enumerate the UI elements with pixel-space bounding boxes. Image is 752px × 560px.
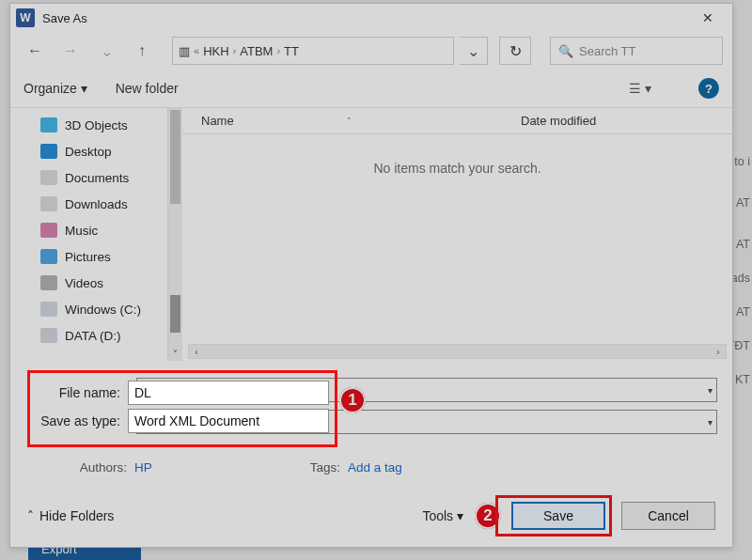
filename-label: File name: — [36, 385, 128, 400]
folder-icon — [40, 170, 57, 185]
scroll-left-icon[interactable]: ‹ — [189, 347, 204, 357]
scrollbar-thumb[interactable] — [170, 295, 180, 333]
tools-menu[interactable]: Tools ▾ — [422, 508, 463, 523]
folder-icon — [40, 144, 57, 159]
save-fields: ▾ ▾ File name: DL Save as type: Word XML… — [10, 361, 732, 478]
annotation-highlight-save: Save — [495, 495, 612, 537]
sidebar-scrollbar[interactable]: ˄ ˅ — [167, 108, 182, 361]
horizontal-scrollbar[interactable]: ‹ › — [188, 344, 727, 359]
breadcrumb-sep: › — [276, 45, 280, 56]
scroll-right-icon[interactable]: › — [711, 347, 726, 357]
filename-input[interactable]: DL — [128, 381, 329, 405]
word-icon: W — [16, 8, 35, 27]
save-as-dialog: W Save As ✕ ← → ⌄ ↑ ▥ « HKH › ATBM › TT … — [9, 3, 733, 548]
cancel-button[interactable]: Cancel — [621, 502, 715, 530]
column-name[interactable]: Name ˄ — [182, 108, 511, 133]
titlebar: W Save As ✕ — [10, 4, 732, 32]
breadcrumb-root-icon: ▥ — [179, 44, 190, 58]
forward-button[interactable]: → — [55, 37, 86, 65]
folder-icon — [40, 117, 57, 132]
authors-value[interactable]: HP — [134, 460, 152, 474]
nav-row: ← → ⌄ ↑ ▥ « HKH › ATBM › TT ⌄ ↻ 🔍 Search… — [10, 32, 732, 70]
back-button[interactable]: ← — [20, 37, 50, 65]
column-date-modified[interactable]: Date modified — [511, 108, 732, 133]
sidebar-item-windows-c[interactable]: Windows (C:) — [25, 296, 182, 322]
toolbar: Organize ▾ New folder ☰ ▾ ? — [10, 70, 732, 107]
sidebar-item-pictures[interactable]: Pictures — [25, 243, 182, 270]
breadcrumb-sep: › — [233, 45, 237, 56]
save-as-type-select[interactable]: Word XML Document — [128, 409, 329, 433]
save-button[interactable]: Save — [511, 502, 605, 530]
sidebar-item-documents[interactable]: Documents — [25, 164, 182, 191]
scroll-down-icon[interactable]: ˅ — [168, 346, 182, 361]
drive-icon — [40, 328, 57, 343]
folder-icon — [40, 275, 57, 290]
search-placeholder: Search TT — [579, 44, 635, 58]
scrollbar-thumb[interactable] — [170, 110, 180, 204]
dialog-footer: ˄ Hide Folders Tools ▾ 2 Save Cancel — [10, 485, 732, 547]
empty-state-text: No items match your search. — [182, 161, 732, 176]
search-icon: 🔍 — [558, 44, 573, 58]
folder-icon — [40, 249, 57, 264]
sidebar-item-desktop[interactable]: Desktop — [25, 138, 182, 164]
save-as-type-label: Save as type: — [36, 413, 128, 428]
chevron-up-icon: ˄ — [27, 508, 34, 523]
sort-indicator-icon: ˄ — [347, 117, 352, 126]
folder-icon — [40, 223, 57, 238]
breadcrumb-part[interactable]: HKH — [203, 44, 228, 58]
file-list: Name ˄ Date modified No items match your… — [182, 108, 732, 361]
breadcrumb[interactable]: ▥ « HKH › ATBM › TT — [172, 37, 454, 65]
sidebar-item-downloads[interactable]: Downloads — [25, 191, 182, 217]
drive-icon — [40, 302, 57, 317]
sidebar-item-data-d[interactable]: DATA (D:) — [25, 322, 182, 349]
annotation-highlight-fields: File name: DL Save as type: Word XML Doc… — [27, 370, 337, 447]
sidebar-item-videos[interactable]: Videos — [25, 270, 182, 296]
breadcrumb-sep: « — [194, 45, 199, 56]
explorer-split: 3D Objects Desktop Documents Downloads M… — [10, 107, 732, 361]
search-input[interactable]: 🔍 Search TT — [550, 37, 723, 65]
organize-menu[interactable]: Organize ▾ — [24, 81, 87, 96]
new-folder-button[interactable]: New folder — [116, 81, 179, 96]
breadcrumb-part[interactable]: TT — [284, 44, 299, 58]
view-options-button[interactable]: ☰ ▾ — [623, 76, 657, 101]
folder-icon — [40, 196, 57, 211]
hide-folders-toggle[interactable]: ˄ Hide Folders — [27, 508, 114, 523]
metadata-row: Authors: HP Tags: Add a tag — [27, 460, 717, 474]
tags-label: Tags: — [310, 460, 340, 474]
close-button[interactable]: ✕ — [689, 5, 727, 31]
chevron-down-icon[interactable]: ▾ — [708, 417, 713, 428]
sidebar-item-music[interactable]: Music — [25, 217, 182, 243]
recent-locations-button[interactable]: ⌄ — [91, 37, 121, 65]
authors-label: Authors: — [65, 460, 127, 474]
breadcrumb-part[interactable]: ATBM — [240, 44, 273, 58]
tags-add-link[interactable]: Add a tag — [348, 460, 402, 474]
help-button[interactable]: ? — [698, 78, 719, 99]
up-button[interactable]: ↑ — [127, 37, 157, 65]
sidebar-item-3d-objects[interactable]: 3D Objects — [25, 112, 182, 138]
column-headers: Name ˄ Date modified — [182, 108, 732, 134]
annotation-callout-1: 1 — [339, 387, 366, 413]
window-title: Save As — [42, 11, 87, 25]
folder-tree: 3D Objects Desktop Documents Downloads M… — [10, 108, 182, 361]
chevron-down-icon[interactable]: ▾ — [708, 385, 713, 396]
refresh-button[interactable]: ↻ — [499, 37, 531, 65]
address-dropdown[interactable]: ⌄ — [460, 37, 488, 65]
